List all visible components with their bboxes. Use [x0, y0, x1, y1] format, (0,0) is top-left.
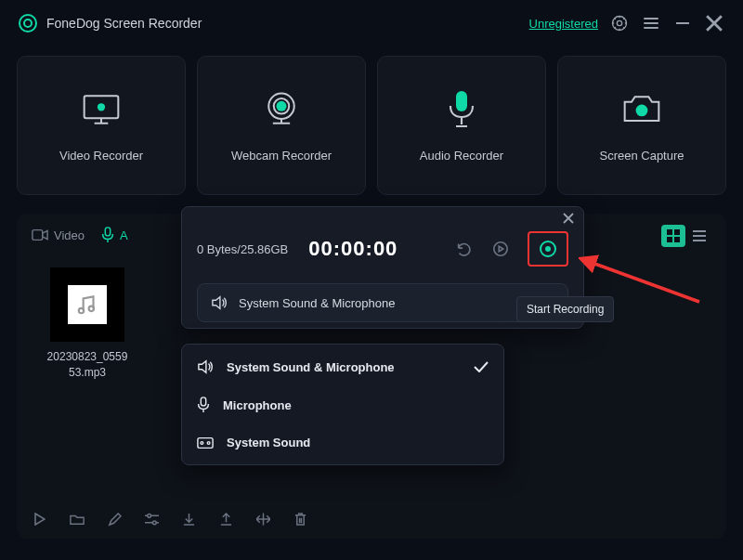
- svg-rect-9: [33, 230, 43, 241]
- svg-point-16: [89, 306, 94, 311]
- share-icon: [220, 513, 232, 527]
- save-button[interactable]: [180, 511, 197, 527]
- grid-view-button[interactable]: [661, 225, 685, 247]
- timer-display: 00:00:00: [308, 237, 398, 261]
- video-icon: [32, 228, 48, 241]
- tab-video[interactable]: Video: [32, 228, 85, 242]
- gear-icon: [610, 14, 629, 33]
- option-system-and-mic[interactable]: System Sound & Microphone: [182, 348, 503, 385]
- play-button[interactable]: [32, 511, 48, 527]
- music-note-icon: [68, 285, 107, 324]
- mode-label: Video Recorder: [59, 149, 143, 163]
- camera-icon: [621, 89, 662, 130]
- record-icon: [540, 241, 556, 257]
- svg-rect-12: [674, 229, 680, 235]
- svg-rect-13: [667, 237, 672, 242]
- app-logo-icon: [19, 14, 37, 33]
- system-audio-icon: [197, 436, 214, 449]
- trash-icon: [294, 513, 306, 527]
- audio-source-dropdown: System Sound & Microphone Microphone Sys…: [181, 344, 504, 465]
- file-thumb: [50, 267, 124, 342]
- list-view-button[interactable]: [687, 225, 711, 247]
- bytes-counter: 0 Bytes/25.86GB: [197, 242, 288, 256]
- mode-video-recorder[interactable]: Video Recorder: [17, 56, 186, 195]
- tab-audio-label: A: [120, 228, 128, 242]
- svg-point-1: [617, 20, 621, 25]
- title-bar: FoneDog Screen Recorder Unregistered: [0, 0, 743, 46]
- svg-point-15: [79, 308, 84, 313]
- svg-rect-11: [667, 229, 672, 235]
- edit-button[interactable]: [106, 511, 123, 527]
- play-circle-icon: [492, 241, 509, 257]
- file-name: 20230823_0559 53.mp3: [47, 349, 128, 381]
- mode-label: Screen Capture: [599, 149, 684, 163]
- undo-icon: [455, 241, 472, 257]
- svg-point-18: [152, 521, 156, 525]
- grid-icon: [667, 229, 680, 242]
- close-button[interactable]: [704, 13, 724, 33]
- tab-audio[interactable]: A: [101, 227, 128, 243]
- sliders-button[interactable]: [143, 511, 160, 527]
- view-toggle: [661, 225, 711, 247]
- play-preview-button[interactable]: [489, 237, 513, 261]
- option-label: System Sound & Microphone: [227, 360, 395, 374]
- minimize-button[interactable]: [672, 13, 693, 33]
- check-icon: [474, 361, 489, 372]
- mic-small-icon: [101, 227, 114, 243]
- audio-source-label: System Sound & Microphone: [239, 296, 395, 310]
- option-label: Microphone: [223, 398, 292, 412]
- svg-rect-14: [674, 237, 680, 242]
- folder-icon: [70, 513, 85, 526]
- file-item[interactable]: 20230823_0559 53.mp3: [32, 267, 143, 381]
- microphone-icon: [197, 397, 210, 413]
- reset-button[interactable]: [451, 237, 476, 261]
- tab-video-label: Video: [54, 228, 85, 242]
- delete-button[interactable]: [292, 511, 308, 527]
- convert-button[interactable]: [254, 511, 271, 527]
- svg-point-19: [494, 242, 507, 255]
- list-icon: [693, 229, 706, 242]
- mode-cards: Video Recorder Webcam Recorder Audio Rec…: [0, 46, 743, 195]
- svg-point-3: [98, 103, 105, 111]
- convert-icon: [256, 513, 270, 526]
- start-recording-tooltip: Start Recording: [516, 296, 614, 322]
- speaker-icon: [197, 359, 214, 374]
- svg-rect-20: [201, 397, 205, 406]
- mode-label: Webcam Recorder: [231, 149, 332, 163]
- svg-point-22: [201, 441, 203, 444]
- menu-button[interactable]: [641, 13, 661, 33]
- library-toolbar: [32, 511, 308, 527]
- download-icon: [183, 513, 195, 527]
- webcam-icon: [261, 89, 302, 130]
- settings-button[interactable]: [609, 13, 630, 33]
- option-label: System Sound: [227, 436, 310, 449]
- folder-button[interactable]: [69, 511, 85, 527]
- share-button[interactable]: [217, 511, 234, 527]
- pencil-icon: [108, 513, 122, 527]
- speaker-icon: [211, 295, 228, 310]
- header-right: Unregistered: [529, 13, 724, 33]
- close-icon: [563, 213, 574, 224]
- audio-source-select[interactable]: System Sound & Microphone: [197, 283, 568, 322]
- app-title: FoneDog Screen Recorder: [46, 16, 202, 31]
- svg-point-17: [147, 514, 150, 517]
- svg-point-8: [636, 104, 648, 116]
- close-icon: [704, 13, 724, 33]
- start-recording-button[interactable]: [528, 231, 568, 267]
- mode-webcam-recorder[interactable]: Webcam Recorder: [197, 56, 366, 195]
- popup-close-button[interactable]: [563, 213, 574, 224]
- mode-audio-recorder[interactable]: Audio Recorder: [377, 56, 546, 195]
- svg-rect-10: [105, 228, 110, 236]
- option-system-sound[interactable]: System Sound: [182, 424, 503, 461]
- svg-point-5: [277, 100, 287, 111]
- mode-label: Audio Recorder: [420, 149, 503, 163]
- recorder-status-row: 0 Bytes/25.86GB 00:00:00: [197, 231, 568, 267]
- play-icon: [34, 513, 46, 526]
- audio-recorder-popup: 0 Bytes/25.86GB 00:00:00 Start Recording…: [181, 206, 584, 329]
- svg-point-23: [207, 441, 210, 444]
- mode-screen-capture[interactable]: Screen Capture: [557, 56, 726, 195]
- microphone-icon: [441, 89, 482, 130]
- unregistered-link[interactable]: Unregistered: [529, 17, 598, 31]
- option-microphone[interactable]: Microphone: [182, 385, 503, 424]
- svg-rect-7: [456, 91, 467, 111]
